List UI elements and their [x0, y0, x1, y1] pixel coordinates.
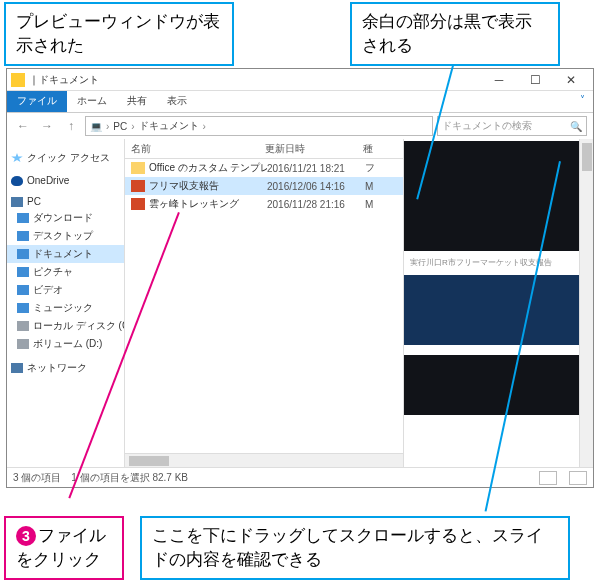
powerpoint-icon [131, 180, 145, 192]
nav-label: ビデオ [33, 283, 63, 297]
file-row[interactable]: 雲ヶ峰トレッキング 2016/11/28 21:16 M [125, 195, 403, 213]
nav-label: ダウンロード [33, 211, 93, 225]
breadcrumb-pc[interactable]: PC [113, 121, 127, 132]
tab-share[interactable]: 共有 [117, 91, 157, 112]
nav-network[interactable]: ネットワーク [7, 359, 124, 377]
breadcrumb-sep: › [131, 121, 134, 132]
nav-videos[interactable]: ビデオ [7, 281, 124, 299]
horizontal-scrollbar[interactable] [125, 453, 403, 467]
col-name[interactable]: 名前 [125, 142, 265, 156]
tab-home[interactable]: ホーム [67, 91, 117, 112]
window-title: ドキュメント [39, 73, 481, 87]
file-type: M [365, 181, 385, 192]
callout-margin-black: 余白の部分は黒で表示される [350, 2, 560, 66]
nav-back-button[interactable]: ← [13, 116, 33, 136]
nav-label: クイック アクセス [27, 151, 110, 165]
cloud-icon [11, 176, 23, 186]
minimize-button[interactable]: ─ [481, 69, 517, 91]
music-icon [17, 303, 29, 313]
callout-step3: 3ファイルをクリック [4, 516, 124, 580]
callout-scroll-hint: ここを下にドラッグしてスクロールすると、スライドの内容を確認できる [140, 516, 570, 580]
preview-slide-2 [404, 275, 593, 345]
picture-icon [17, 267, 29, 277]
nav-label: OneDrive [27, 175, 69, 186]
close-button[interactable]: ✕ [553, 69, 589, 91]
nav-music[interactable]: ミュージック [7, 299, 124, 317]
nav-onedrive[interactable]: OneDrive [7, 173, 124, 188]
file-date: 2016/11/21 18:21 [267, 163, 365, 174]
search-placeholder: ドキュメントの検索 [442, 119, 532, 133]
preview-slide-caption: 実行川口R市フリーマーケット収支報告 [404, 251, 593, 275]
view-details-button[interactable] [539, 471, 557, 485]
tab-view[interactable]: 表示 [157, 91, 197, 112]
nav-quick-access[interactable]: クイック アクセス [7, 149, 124, 167]
nav-label: ボリューム (D:) [33, 337, 102, 351]
status-count: 3 個の項目 [13, 471, 61, 485]
status-bar: 3 個の項目 1 個の項目を選択 82.7 KB [7, 467, 593, 487]
preview-slide-3 [404, 355, 593, 415]
breadcrumb-sep: › [203, 121, 206, 132]
preview-slide-1 [404, 141, 593, 251]
preview-gap [404, 345, 593, 355]
file-name: Office のカスタム テンプレート [149, 161, 267, 175]
download-icon [17, 213, 29, 223]
nav-forward-button[interactable]: → [37, 116, 57, 136]
address-bar[interactable]: 💻 › PC › ドキュメント › [85, 116, 433, 136]
nav-label: ローカル ディスク (C:) [33, 319, 125, 333]
drive-icon [17, 339, 29, 349]
nav-up-button[interactable]: ↑ [61, 116, 81, 136]
status-selection: 1 個の項目を選択 82.7 KB [71, 471, 188, 485]
column-headers: 名前 更新日時 種 [125, 139, 403, 159]
navigation-pane: クイック アクセス OneDrive PC ダウンロード デスクトップ ドキュメ… [7, 139, 125, 467]
network-icon [11, 363, 23, 373]
preview-pane: 実行川口R市フリーマーケット収支報告 [403, 139, 593, 467]
folder-icon [131, 162, 145, 174]
folder-icon [11, 73, 25, 87]
nav-cdrive[interactable]: ローカル ディスク (C:) [7, 317, 124, 335]
step-badge-3: 3 [16, 526, 36, 546]
file-area: 名前 更新日時 種 Office のカスタム テンプレート 2016/11/21… [125, 139, 403, 467]
file-date: 2016/11/28 21:16 [267, 199, 365, 210]
nav-ddrive[interactable]: ボリューム (D:) [7, 335, 124, 353]
star-icon [11, 153, 23, 163]
file-name: 雲ヶ峰トレッキング [149, 197, 267, 211]
nav-pictures[interactable]: ピクチャ [7, 263, 124, 281]
document-icon [17, 249, 29, 259]
col-type[interactable]: 種 [363, 142, 383, 156]
search-input[interactable]: ドキュメントの検索 🔍 [437, 116, 587, 136]
breadcrumb-folder[interactable]: ドキュメント [139, 119, 199, 133]
file-list: Office のカスタム テンプレート 2016/11/21 18:21 フ フ… [125, 159, 403, 453]
video-icon [17, 285, 29, 295]
file-row-folder[interactable]: Office のカスタム テンプレート 2016/11/21 18:21 フ [125, 159, 403, 177]
tab-file[interactable]: ファイル [7, 91, 67, 112]
file-row-selected[interactable]: フリマ収支報告 2016/12/06 14:16 M [125, 177, 403, 195]
nav-pc[interactable]: PC [7, 194, 124, 209]
search-icon: 🔍 [570, 121, 582, 132]
file-date: 2016/12/06 14:16 [267, 181, 365, 192]
file-type: フ [365, 161, 385, 175]
preview-vertical-scrollbar[interactable] [579, 139, 593, 467]
desktop-icon [17, 231, 29, 241]
pc-icon: 💻 [90, 121, 102, 132]
maximize-button[interactable]: ☐ [517, 69, 553, 91]
titlebar: ｜ ドキュメント ─ ☐ ✕ [7, 69, 593, 91]
nav-label: ネットワーク [27, 361, 87, 375]
nav-documents[interactable]: ドキュメント [7, 245, 124, 263]
file-type: M [365, 199, 385, 210]
ribbon-expand-icon[interactable]: ˅ [572, 91, 593, 112]
preview-vscroll-thumb[interactable] [582, 143, 592, 171]
nav-label: ミュージック [33, 301, 93, 315]
nav-desktop[interactable]: デスクトップ [7, 227, 124, 245]
hscroll-thumb[interactable] [129, 456, 169, 466]
titlebar-sep: ｜ [29, 73, 39, 87]
nav-label: ピクチャ [33, 265, 73, 279]
pc-icon [11, 197, 23, 207]
view-icons-button[interactable] [569, 471, 587, 485]
col-date[interactable]: 更新日時 [265, 142, 363, 156]
nav-label: PC [27, 196, 41, 207]
drive-icon [17, 321, 29, 331]
nav-downloads[interactable]: ダウンロード [7, 209, 124, 227]
powerpoint-icon [131, 198, 145, 210]
window-buttons: ─ ☐ ✕ [481, 69, 589, 91]
nav-label: デスクトップ [33, 229, 93, 243]
